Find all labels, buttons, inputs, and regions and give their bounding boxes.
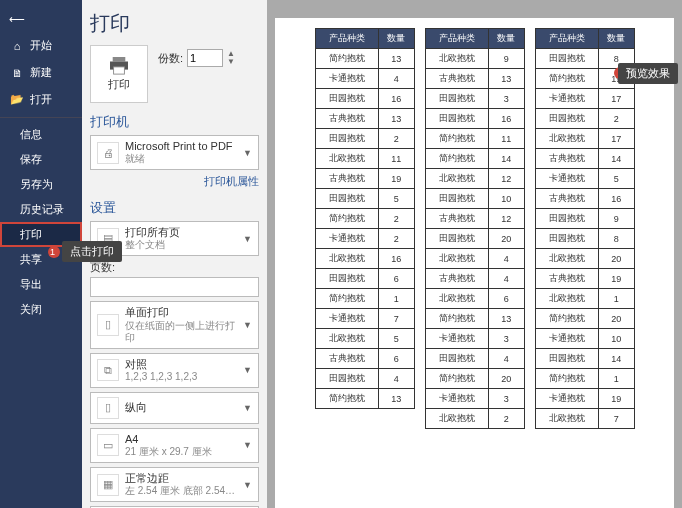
table-row: 简约抱枕2	[315, 209, 414, 229]
table-row: 北欧抱枕5	[315, 329, 414, 349]
margin-icon: ▦	[97, 474, 119, 496]
table-row: 田园抱枕5	[315, 189, 414, 209]
table-row: 田园抱枕9	[535, 209, 634, 229]
table-row: 简约抱枕13	[315, 49, 414, 69]
table-row: 简约抱枕20	[535, 309, 634, 329]
table-row: 简约抱枕11	[425, 129, 524, 149]
table-row: 古典抱枕14	[535, 149, 634, 169]
table-row: 卡通抱枕10	[535, 329, 634, 349]
printer-properties-link[interactable]: 打印机属性	[90, 174, 259, 189]
table-row: 北欧抱枕11	[315, 149, 414, 169]
table-row: 简约抱枕13	[425, 309, 524, 329]
sidebar-sub-item[interactable]: 导出	[0, 272, 82, 297]
preview-page: 产品种类数量简约抱枕13卡通抱枕4田园抱枕16古典抱枕13田园抱枕2北欧抱枕11…	[275, 18, 674, 508]
table-row: 北欧抱枕20	[535, 249, 634, 269]
chevron-down-icon: ▼	[243, 480, 252, 490]
chevron-down-icon: ▼	[243, 320, 252, 330]
back-icon: ⟵	[10, 12, 24, 26]
print-button[interactable]: 打印	[90, 45, 148, 103]
table-row: 北欧抱枕4	[425, 249, 524, 269]
table-row: 卡通抱枕17	[535, 89, 634, 109]
printer-device-icon: 🖨	[97, 142, 119, 164]
sidebar-sub-item[interactable]: 保存	[0, 147, 82, 172]
table-row: 简约抱枕20	[425, 369, 524, 389]
table-row: 田园抱枕2	[315, 129, 414, 149]
collate-select[interactable]: ⧉ 对照1,2,3 1,2,3 1,2,3 ▼	[90, 353, 259, 388]
side-print-select[interactable]: ▯ 单面打印仅在纸面的一侧上进行打印 ▼	[90, 301, 259, 348]
sidebar-sub-item[interactable]: 历史记录	[0, 197, 82, 222]
settings-heading: 设置	[90, 199, 259, 217]
printer-select[interactable]: 🖨 Microsoft Print to PDF就绪 ▼	[90, 135, 259, 170]
table-row: 北欧抱枕7	[535, 409, 634, 429]
table-row: 古典抱枕4	[425, 269, 524, 289]
spinner-icon[interactable]: ▲▼	[227, 50, 235, 66]
table-row: 北欧抱枕2	[425, 409, 524, 429]
table-row: 田园抱枕16	[425, 109, 524, 129]
table-row: 卡通抱枕7	[315, 309, 414, 329]
page-title: 打印	[90, 10, 259, 37]
copies-input[interactable]	[187, 49, 223, 67]
nav-icon: 📂	[10, 93, 24, 107]
pages-label: 页数:	[90, 260, 259, 275]
svg-rect-0	[113, 57, 126, 62]
printer-heading: 打印机	[90, 113, 259, 131]
table-row: 北欧抱枕9	[425, 49, 524, 69]
table-row: 古典抱枕19	[315, 169, 414, 189]
single-side-icon: ▯	[97, 314, 119, 336]
preview-table-2: 产品种类数量北欧抱枕9古典抱枕13田园抱枕3田园抱枕16简约抱枕11简约抱枕14…	[425, 28, 525, 429]
margin-select[interactable]: ▦ 正常边距左 2.54 厘米 底部 2.54… ▼	[90, 467, 259, 502]
paper-icon: ▭	[97, 434, 119, 456]
nav-icon: 🗎	[10, 66, 24, 80]
preview-table-1: 产品种类数量简约抱枕13卡通抱枕4田园抱枕16古典抱枕13田园抱枕2北欧抱枕11…	[315, 28, 415, 409]
table-row: 卡通抱枕3	[425, 329, 524, 349]
chevron-down-icon: ▼	[243, 365, 252, 375]
table-row: 北欧抱枕1	[535, 289, 634, 309]
table-row: 卡通抱枕4	[315, 69, 414, 89]
table-row: 田园抱枕20	[425, 229, 524, 249]
table-row: 北欧抱枕6	[425, 289, 524, 309]
sidebar-sub-item[interactable]: 关闭	[0, 297, 82, 322]
sidebar-sub-item[interactable]: 另存为	[0, 172, 82, 197]
back-button[interactable]: ⟵	[0, 6, 82, 32]
table-row: 卡通抱枕2	[315, 229, 414, 249]
printer-icon	[108, 57, 130, 75]
table-row: 田园抱枕14	[535, 349, 634, 369]
callout-print: 1点击打印	[62, 241, 122, 262]
table-row: 古典抱枕16	[535, 189, 634, 209]
table-row: 北欧抱枕12	[425, 169, 524, 189]
table-row: 古典抱枕12	[425, 209, 524, 229]
paper-size-select[interactable]: ▭ A421 厘米 x 29.7 厘米 ▼	[90, 428, 259, 463]
callout-preview: 预览效果	[618, 63, 678, 84]
table-row: 古典抱枕6	[315, 349, 414, 369]
copies-label: 份数:	[158, 51, 183, 66]
table-row: 古典抱枕13	[425, 69, 524, 89]
chevron-down-icon: ▼	[243, 234, 252, 244]
portrait-icon: ▯	[97, 397, 119, 419]
table-row: 卡通抱枕19	[535, 389, 634, 409]
table-row: 古典抱枕19	[535, 269, 634, 289]
sidebar-item[interactable]: 📂打开	[0, 86, 82, 113]
chevron-down-icon: ▼	[243, 148, 252, 158]
table-row: 田园抱枕3	[425, 89, 524, 109]
sidebar-item[interactable]: ⌂开始	[0, 32, 82, 59]
table-row: 简约抱枕1	[315, 289, 414, 309]
table-row: 田园抱枕8	[535, 229, 634, 249]
svg-rect-2	[114, 66, 125, 73]
pages-input[interactable]	[90, 277, 259, 297]
sidebar-sub-item[interactable]: 信息	[0, 122, 82, 147]
preview-table-3: 产品种类数量田园抱枕8简约抱枕19卡通抱枕17田园抱枕2北欧抱枕17古典抱枕14…	[535, 28, 635, 429]
orientation-select[interactable]: ▯ 纵向 ▼	[90, 392, 259, 424]
table-row: 北欧抱枕16	[315, 249, 414, 269]
nav-icon: ⌂	[10, 39, 24, 53]
table-row: 简约抱枕14	[425, 149, 524, 169]
table-row: 卡通抱枕3	[425, 389, 524, 409]
table-row: 北欧抱枕17	[535, 129, 634, 149]
table-row: 田园抱枕10	[425, 189, 524, 209]
chevron-down-icon: ▼	[243, 403, 252, 413]
table-row: 田园抱枕4	[315, 369, 414, 389]
sidebar-item[interactable]: 🗎新建	[0, 59, 82, 86]
table-row: 田园抱枕2	[535, 109, 634, 129]
chevron-down-icon: ▼	[243, 440, 252, 450]
table-row: 田园抱枕16	[315, 89, 414, 109]
table-row: 田园抱枕4	[425, 349, 524, 369]
